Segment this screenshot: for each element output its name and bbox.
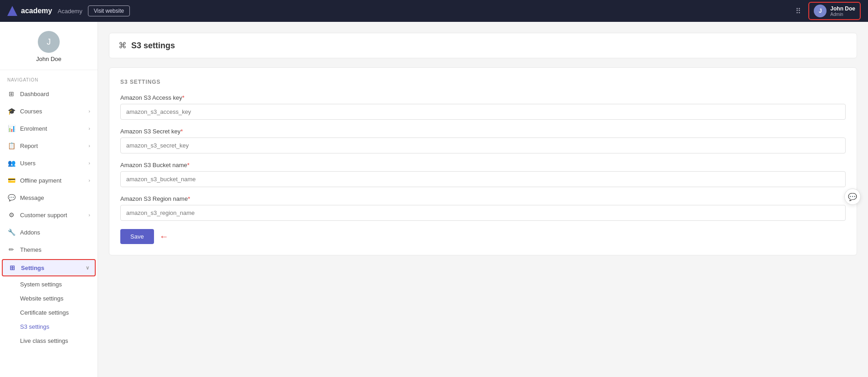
- sidebar-item-dashboard[interactable]: ⊞ Dashboard: [0, 85, 98, 102]
- required-marker: *: [188, 195, 190, 202]
- region-name-label: Amazon S3 Region name*: [120, 195, 846, 202]
- message-icon: 💬: [7, 194, 15, 202]
- chevron-down-icon: ∨: [86, 265, 89, 271]
- chevron-right-icon: ›: [88, 212, 90, 218]
- save-arrow-indicator: ←: [159, 231, 169, 242]
- form-section-title: S3 SETTINGS: [120, 79, 846, 85]
- sidebar: J John Doe NAVIGATION ⊞ Dashboard 🎓 Cour…: [0, 22, 98, 377]
- bucket-name-input[interactable]: [120, 171, 846, 187]
- layout: J John Doe NAVIGATION ⊞ Dashboard 🎓 Cour…: [0, 22, 868, 377]
- sub-nav-live-class-settings[interactable]: Live class settings: [0, 334, 98, 348]
- grid-icon[interactable]: ⠿: [796, 7, 801, 15]
- app-label: Academy: [58, 8, 82, 15]
- save-row: Save ←: [120, 229, 846, 244]
- sidebar-item-offline-payment[interactable]: 💳 Offline payment ›: [0, 172, 98, 189]
- sidebar-avatar: J: [38, 31, 60, 53]
- navbar-right: ⠿ J John Doe Admin: [796, 2, 861, 20]
- page-header: ⌘ S3 settings: [109, 33, 857, 58]
- sidebar-item-addons[interactable]: 🔧 Addons: [0, 224, 98, 241]
- sub-nav-system-settings[interactable]: System settings: [0, 277, 98, 291]
- secret-key-label: Amazon S3 Secret key*: [120, 128, 846, 135]
- settings-icon: ⊞: [8, 264, 16, 272]
- sidebar-item-label: Dashboard: [20, 91, 49, 97]
- main-content: ⌘ S3 settings S3 SETTINGS Amazon S3 Acce…: [98, 22, 868, 377]
- sidebar-item-label: Themes: [20, 246, 41, 253]
- sidebar-item-label: Settings: [21, 265, 44, 271]
- user-info: John Doe Admin: [830, 5, 855, 17]
- courses-icon: 🎓: [7, 107, 15, 115]
- required-marker: *: [182, 94, 185, 101]
- sidebar-user: J John Doe: [0, 22, 98, 70]
- bucket-name-label: Amazon S3 Bucket name*: [120, 162, 846, 168]
- navbar: academy Academy Visit website ⠿ J John D…: [0, 0, 868, 22]
- save-button[interactable]: Save: [120, 229, 154, 244]
- enrolment-icon: 📊: [7, 124, 15, 132]
- sidebar-item-label: Customer support: [20, 212, 67, 219]
- avatar: J: [814, 5, 827, 17]
- sidebar-item-courses[interactable]: 🎓 Courses ›: [0, 102, 98, 120]
- sidebar-item-label: Enrolment: [20, 125, 47, 132]
- sidebar-username: John Doe: [36, 56, 62, 62]
- sidebar-item-label: Offline payment: [20, 177, 62, 184]
- brand-name: academy: [21, 7, 52, 15]
- sidebar-item-label: Courses: [20, 108, 42, 115]
- user-name: John Doe: [830, 5, 855, 12]
- sub-nav-s3-settings[interactable]: S3 settings: [0, 320, 98, 334]
- required-marker: *: [180, 128, 183, 135]
- page-title: S3 settings: [131, 41, 175, 51]
- access-key-input[interactable]: [120, 104, 846, 120]
- chevron-right-icon: ›: [88, 108, 90, 114]
- user-profile-badge[interactable]: J John Doe Admin: [808, 2, 861, 20]
- sidebar-item-settings[interactable]: ⊞ Settings ∨: [2, 259, 96, 276]
- sidebar-item-message[interactable]: 💬 Message: [0, 189, 98, 206]
- sidebar-item-themes[interactable]: ✏ Themes: [0, 241, 98, 258]
- form-group-secret-key: Amazon S3 Secret key*: [120, 128, 846, 153]
- payment-icon: 💳: [7, 176, 15, 184]
- sidebar-item-label: Users: [20, 160, 36, 167]
- chevron-right-icon: ›: [88, 143, 90, 148]
- logo-icon: [7, 6, 17, 16]
- user-role: Admin: [830, 12, 855, 17]
- brand-logo: academy: [7, 6, 52, 16]
- form-group-bucket-name: Amazon S3 Bucket name*: [120, 162, 846, 187]
- sidebar-item-label: Addons: [20, 229, 40, 236]
- nav-section-label: NAVIGATION: [0, 70, 98, 85]
- secret-key-input[interactable]: [120, 138, 846, 153]
- form-group-access-key: Amazon S3 Access key*: [120, 94, 846, 120]
- sidebar-item-report[interactable]: 📋 Report ›: [0, 137, 98, 154]
- form-group-region-name: Amazon S3 Region name*: [120, 195, 846, 221]
- settings-page-icon: ⌘: [118, 41, 127, 51]
- chevron-right-icon: ›: [88, 160, 90, 166]
- chevron-right-icon: ›: [88, 126, 90, 131]
- form-card: S3 SETTINGS Amazon S3 Access key* Amazon…: [109, 67, 857, 255]
- chevron-right-icon: ›: [88, 178, 90, 183]
- themes-icon: ✏: [7, 245, 15, 254]
- sidebar-item-customer-support[interactable]: ⚙ Customer support ›: [0, 206, 98, 224]
- required-marker: *: [187, 162, 190, 168]
- customer-support-icon: ⚙: [7, 211, 15, 219]
- sub-nav-website-settings[interactable]: Website settings: [0, 291, 98, 306]
- addons-icon: 🔧: [7, 228, 15, 236]
- sidebar-item-label: Message: [20, 194, 44, 201]
- chat-bubble[interactable]: 💬: [844, 188, 861, 205]
- sidebar-item-users[interactable]: 👥 Users ›: [0, 154, 98, 172]
- sidebar-item-label: Report: [20, 143, 38, 149]
- visit-website-button[interactable]: Visit website: [88, 5, 130, 16]
- access-key-label: Amazon S3 Access key*: [120, 94, 846, 101]
- users-icon: 👥: [7, 159, 15, 167]
- region-name-input[interactable]: [120, 205, 846, 221]
- sidebar-item-enrolment[interactable]: 📊 Enrolment ›: [0, 120, 98, 137]
- report-icon: 📋: [7, 142, 15, 150]
- sub-nav-certificate-settings[interactable]: Certificate settings: [0, 306, 98, 320]
- dashboard-icon: ⊞: [7, 90, 15, 98]
